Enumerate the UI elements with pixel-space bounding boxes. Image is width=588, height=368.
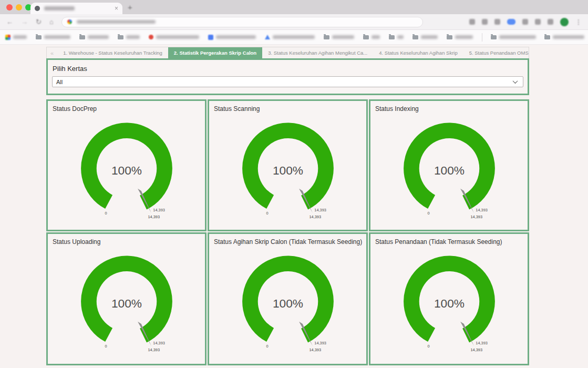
bookmark-item[interactable]: [389, 35, 404, 39]
tabs-scroll-left-icon[interactable]: «: [47, 47, 57, 58]
bookmark-label-blurred: [273, 35, 315, 39]
gauge-panel: Status DocPrep 100% 0 14,393 14,393: [46, 99, 207, 231]
filter-label: Pilih Kertas: [53, 65, 528, 73]
gauge-max-label: 14,393: [476, 341, 488, 345]
folder-icon: [118, 35, 123, 39]
gauge-title: Status Scanning: [214, 105, 260, 113]
gauge-title: Status Indexing: [375, 105, 419, 113]
gauge-percent-value: 100%: [273, 297, 303, 310]
bookmark-label-blurred: [126, 35, 140, 39]
gauge-panel: Status Scanning 100% 0 14,393 14,393: [208, 99, 368, 231]
bookmark-item[interactable]: [149, 35, 199, 39]
extension-icon[interactable]: [482, 19, 488, 25]
address-text-blurred: [77, 20, 156, 24]
search-icon: [67, 19, 72, 24]
browser-toolbar: ← → ↻ ⌂ ⋮: [0, 14, 588, 30]
bookmark-label-blurred: [455, 35, 473, 39]
gauge-percent-value: 100%: [111, 297, 142, 310]
folder-icon: [79, 35, 85, 39]
folder-icon: [412, 35, 418, 39]
gauge-grid: Status DocPrep 100% 0 14,393 14,393 Stat…: [46, 99, 529, 365]
folder-icon: [363, 35, 369, 39]
cloud-icon[interactable]: [507, 19, 515, 25]
dot-red-icon: [149, 35, 153, 39]
gauge-max-label: 14,393: [314, 341, 326, 345]
back-icon[interactable]: ←: [6, 18, 13, 26]
bookmark-item[interactable]: [324, 35, 354, 39]
gauge-value-label: 14,393: [148, 347, 160, 352]
gauge-min-label: 0: [266, 344, 268, 349]
bookmark-label-blurred: [421, 35, 438, 39]
gauge-chart: 100% 0 14,393 14,393: [370, 234, 528, 356]
tab-close-icon[interactable]: ×: [115, 5, 118, 12]
gauge-title: Status Penandaan (Tidak Termasuk Seeding…: [375, 238, 502, 246]
gauge-value-label: 14,393: [470, 214, 482, 219]
folder-icon: [491, 35, 497, 39]
gauge-max-label: 14,393: [476, 208, 488, 212]
dashboard-tab-4[interactable]: 4. Status Keseluruhan Agihan Skrip: [373, 47, 463, 58]
extension-icon[interactable]: [548, 19, 553, 25]
new-tab-button[interactable]: +: [128, 3, 132, 12]
window-close-button[interactable]: [6, 4, 13, 11]
bookmark-item[interactable]: [544, 35, 584, 39]
folder-icon: [324, 35, 329, 39]
filter-panel: Pilih Kertas All: [46, 58, 529, 95]
bookmarks-divider: [482, 33, 482, 42]
gauge-min-label: 0: [427, 211, 429, 216]
gauge-chart: 100% 0 14,393 14,393: [48, 101, 205, 223]
gauge-value-label: 14,393: [309, 347, 321, 352]
bookmark-label-blurred: [499, 35, 536, 39]
gauge-min-label: 0: [427, 344, 429, 349]
extension-icon[interactable]: [535, 19, 541, 25]
gauge-chart: 100% 0 14,393 14,393: [209, 234, 367, 356]
bookmark-label-blurred: [156, 35, 199, 39]
square-blue-icon: [208, 35, 213, 40]
forward-icon[interactable]: →: [21, 18, 28, 26]
bookmark-item[interactable]: [412, 35, 438, 39]
extension-icon[interactable]: [469, 19, 475, 25]
bookmark-label-blurred: [44, 35, 70, 39]
gauge-title: Status DocPrep: [53, 105, 97, 113]
bookmark-item[interactable]: [118, 35, 140, 39]
bookmark-item[interactable]: [5, 35, 27, 40]
gauge-max-label: 14,393: [153, 208, 165, 212]
page-background: « 1. Warehouse - Status Keseluruhan Trac…: [0, 45, 588, 367]
bookmark-item[interactable]: [265, 35, 315, 39]
gauge-panel: Status Penandaan (Tidak Termasuk Seeding…: [369, 232, 529, 365]
dashboard-tab-1[interactable]: 1. Warehouse - Status Keseluruhan Tracki…: [57, 47, 168, 58]
dashboard-tab-3[interactable]: 3. Status Keseluruhan Agihan Mengikut Ca…: [262, 47, 373, 58]
toolbar-right-cluster: ⋮: [469, 18, 582, 26]
gauge-value-label: 14,393: [309, 214, 321, 219]
gauge-max-label: 14,393: [153, 341, 165, 345]
gauge-panel: Status Uploading 100% 0 14,393 14,393: [46, 232, 207, 365]
tab-title-blurred: [44, 6, 75, 11]
gauge-panel: Status Agihan Skrip Calon (Tidak Termasu…: [208, 232, 368, 365]
window-minimize-button[interactable]: [16, 4, 22, 11]
extension-icon[interactable]: [494, 19, 500, 25]
bookmark-item[interactable]: [447, 35, 473, 39]
dashboard-tab-2[interactable]: 2. Statistik Pergerakan Skrip Calon: [168, 47, 262, 58]
dashboard-tab-5[interactable]: 5. Status Penandaan OMS: [463, 47, 529, 58]
bookmark-item[interactable]: [363, 35, 380, 39]
extension-icon[interactable]: [522, 19, 528, 25]
bookmark-label-blurred: [13, 35, 27, 39]
home-icon[interactable]: ⌂: [49, 18, 54, 26]
tab-favicon-icon: [35, 6, 40, 11]
bookmark-label-blurred: [397, 35, 404, 39]
bookmark-item[interactable]: [208, 35, 256, 40]
gauge-min-label: 0: [266, 211, 268, 216]
browser-menu-icon[interactable]: ⋮: [575, 18, 582, 26]
browser-tab[interactable]: ×: [30, 3, 122, 14]
bookmark-label-blurred: [216, 35, 256, 39]
gauge-panel: Status Indexing 100% 0 14,393 14,393: [369, 99, 529, 231]
address-bar[interactable]: [61, 17, 423, 27]
bookmark-item[interactable]: [36, 35, 70, 39]
bookmark-label-blurred: [88, 35, 109, 39]
bookmark-item[interactable]: [79, 35, 109, 39]
paper-select[interactable]: All: [52, 76, 523, 87]
profile-avatar[interactable]: [560, 18, 569, 26]
bookmark-item[interactable]: [491, 35, 536, 39]
gauge-min-label: 0: [105, 211, 107, 216]
refresh-icon[interactable]: ↻: [36, 18, 42, 26]
bookmark-label-blurred: [372, 35, 380, 39]
